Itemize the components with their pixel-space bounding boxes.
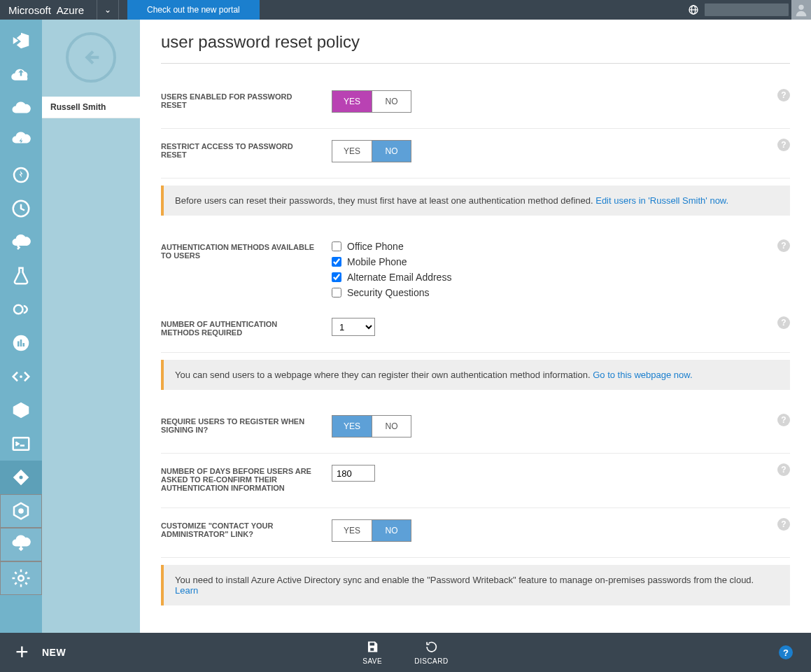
help-icon[interactable]: ?	[777, 518, 790, 531]
rail-item-cloud-bolt[interactable]	[0, 125, 42, 158]
info-text: Before users can reset their passwords, …	[175, 195, 595, 206]
promo-banner[interactable]: Check out the new portal	[127, 0, 260, 20]
rail-item-box[interactable]	[0, 393, 42, 427]
directory-tab[interactable]: Russell Smith	[42, 97, 140, 118]
main-content: user password reset policy USERS ENABLED…	[140, 20, 811, 633]
help-icon[interactable]: ?	[777, 463, 790, 476]
toggle-yes[interactable]: YES	[332, 91, 372, 112]
field-num-methods-required: NUMBER OF AUTHENTICATION METHODS REQUIRE…	[161, 307, 790, 353]
top-bar: Microsoft Azure ⌄ Check out the new port…	[0, 0, 811, 20]
help-icon[interactable]: ?	[777, 89, 790, 102]
toggle-no[interactable]: NO	[372, 416, 411, 437]
toggle-no[interactable]: NO	[372, 141, 411, 162]
toggle-no[interactable]: NO	[372, 91, 411, 112]
back-button[interactable]	[66, 32, 116, 83]
toggle-no[interactable]: NO	[372, 520, 411, 541]
discard-label: DISCARD	[414, 657, 449, 665]
svg-rect-10	[23, 343, 25, 346]
checkbox-input[interactable]	[332, 272, 341, 282]
checkbox-label: Mobile Phone	[347, 256, 407, 267]
rail-item-cloud-upload[interactable]	[0, 57, 42, 91]
top-right	[682, 0, 811, 20]
field-label: RESTRICT ACCESS TO PASSWORD RESET	[161, 140, 332, 159]
field-users-enabled: USERS ENABLED FOR PASSWORD RESET YES NO …	[161, 79, 790, 129]
globe-icon[interactable]	[682, 4, 705, 15]
checkbox-input[interactable]	[332, 241, 341, 251]
svg-point-6	[14, 305, 23, 314]
account-name-redacted	[705, 4, 789, 16]
save-icon	[365, 640, 379, 656]
service-rail	[0, 20, 42, 633]
help-icon[interactable]: ?	[777, 139, 790, 151]
rail-item-flask[interactable]	[0, 259, 42, 293]
field-label: REQUIRE USERS TO REGISTER WHEN SIGNING I…	[161, 415, 332, 434]
field-auth-methods: AUTHENTICATION METHODS AVAILABLE TO USER…	[161, 230, 790, 307]
page-title: user password reset policy	[161, 32, 790, 64]
discard-icon	[424, 640, 438, 656]
info-auth-methods: Before users can reset their passwords, …	[161, 186, 790, 216]
svg-rect-8	[17, 342, 20, 347]
rail-item-cloud-sync[interactable]	[0, 225, 42, 259]
rail-item-gear-wave[interactable]	[0, 293, 42, 326]
svg-point-15	[18, 575, 24, 581]
svg-rect-9	[20, 340, 22, 346]
rail-item-visual-studio[interactable]	[0, 24, 42, 57]
new-button[interactable]: + NEW	[0, 643, 81, 662]
info-text: You can send users to a webpage where th…	[175, 370, 593, 380]
chevron-down-icon: ⌄	[104, 5, 111, 15]
rail-item-code[interactable]	[0, 360, 42, 393]
field-label: CUSTOMIZE "CONTACT YOUR ADMINISTRATOR" L…	[161, 519, 332, 538]
field-label: NUMBER OF DAYS BEFORE USERS ARE ASKED TO…	[161, 465, 332, 492]
rail-item-download[interactable]	[0, 528, 42, 561]
save-button[interactable]: SAVE	[362, 640, 382, 665]
checkbox-input[interactable]	[332, 257, 341, 267]
help-button[interactable]: ?	[779, 645, 793, 659]
brand: Microsoft Azure ⌄	[0, 0, 127, 20]
discard-button[interactable]: DISCARD	[414, 640, 449, 665]
field-label: NUMBER OF AUTHENTICATION METHODS REQUIRE…	[161, 318, 332, 337]
checkbox-office-phone[interactable]: Office Phone	[332, 241, 451, 252]
save-label: SAVE	[362, 657, 382, 665]
rail-item-active-directory[interactable]	[0, 461, 42, 494]
rail-item-hex[interactable]	[0, 494, 42, 528]
toggle-yes[interactable]: YES	[332, 520, 372, 541]
toggle-customize-contact: YES NO	[332, 519, 411, 542]
rail-item-cloud[interactable]	[0, 91, 42, 125]
help-icon[interactable]: ?	[777, 316, 790, 329]
checkbox-security-questions[interactable]: Security Questions	[332, 287, 451, 298]
svg-point-11	[20, 375, 22, 378]
select-num-methods[interactable]: 1	[332, 318, 375, 336]
svg-point-3	[798, 5, 803, 10]
toggle-require-register: YES NO	[332, 415, 411, 438]
field-reconfirm-days: NUMBER OF DAYS BEFORE USERS ARE ASKED TO…	[161, 454, 790, 508]
plus-icon: +	[15, 643, 35, 662]
field-label: USERS ENABLED FOR PASSWORD RESET	[161, 90, 332, 109]
rail-item-analytics[interactable]	[0, 326, 42, 360]
toggle-users-enabled: YES NO	[332, 90, 411, 113]
checkbox-input[interactable]	[332, 288, 341, 298]
checkbox-label: Alternate Email Address	[347, 272, 451, 283]
rail-item-clock[interactable]	[0, 192, 42, 225]
field-require-register: REQUIRE USERS TO REGISTER WHEN SIGNING I…	[161, 404, 790, 454]
svg-point-14	[18, 508, 24, 514]
bottom-bar: + NEW SAVE DISCARD ?	[0, 633, 811, 672]
toggle-yes[interactable]: YES	[332, 416, 372, 437]
rail-item-terminal[interactable]	[0, 427, 42, 461]
avatar[interactable]	[791, 0, 811, 20]
promo-text: Check out the new portal	[147, 5, 240, 15]
help-icon[interactable]: ?	[777, 414, 790, 426]
info-link-edit-users[interactable]: Edit users in 'Russell Smith' now.	[595, 195, 728, 206]
checkbox-mobile-phone[interactable]: Mobile Phone	[332, 256, 451, 267]
info-link-learn[interactable]: Learn	[175, 585, 198, 596]
checkbox-alternate-email[interactable]: Alternate Email Address	[332, 272, 451, 283]
field-customize-contact: CUSTOMIZE "CONTACT YOUR ADMINISTRATOR" L…	[161, 508, 790, 558]
checkbox-label: Security Questions	[347, 287, 430, 298]
info-link-registration-page[interactable]: Go to this webpage now.	[593, 370, 692, 380]
rail-item-power-gear[interactable]	[0, 158, 42, 192]
brand-dropdown[interactable]: ⌄	[97, 0, 119, 20]
help-icon[interactable]: ?	[777, 239, 790, 252]
input-reconfirm-days[interactable]	[332, 465, 375, 482]
toggle-yes[interactable]: YES	[332, 141, 372, 162]
rail-item-settings[interactable]	[0, 561, 42, 595]
svg-rect-12	[13, 438, 29, 450]
